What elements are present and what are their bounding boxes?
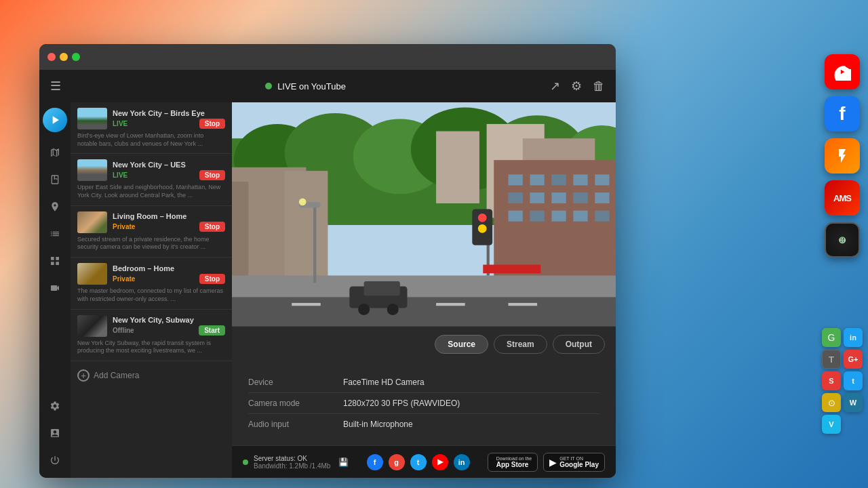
delete-icon[interactable]: 🗑 [593, 79, 605, 94]
footer: Server status: OK Bandwidth: 1.2Mb /1.4M… [232, 445, 616, 478]
camera-stop-btn-2[interactable]: Stop [199, 222, 225, 232]
camera-desc-3: The master bedroom, connected to my list… [77, 287, 225, 303]
sidebar-item-book[interactable] [43, 167, 67, 192]
camera-status-row-4: Offline Start [113, 325, 225, 336]
dock-cluster-icon-2[interactable]: T [822, 350, 841, 369]
dock-cluster-icon-1[interactable]: in [844, 328, 863, 347]
svg-rect-24 [530, 211, 544, 222]
settings-icon[interactable]: ⚙ [571, 79, 582, 94]
svg-point-44 [478, 224, 487, 233]
camera-desc-0: Bird's-eye view of Lower Manhattan, zoom… [77, 132, 225, 148]
camera-status-row-1: LIVE Stop [113, 170, 225, 180]
camera-item-0[interactable]: New York City – Birds Eye LIVE Stop Bird… [71, 102, 232, 154]
svg-rect-17 [595, 174, 609, 185]
sidebar-item-video[interactable] [43, 276, 67, 300]
dock-cluster-icon-3[interactable]: G+ [844, 350, 863, 369]
footer-center-social: f g t ▶ in [367, 454, 470, 470]
dock-ams-icon[interactable]: AMS [825, 180, 860, 216]
camera-info-2: Living Room – Home Private Stop [113, 212, 225, 232]
sidebar-item-map[interactable] [43, 140, 67, 165]
camera-list: New York City – Birds Eye LIVE Stop Bird… [71, 102, 232, 478]
dock-cluster: G in T G+ S t ⊙ W V [822, 328, 863, 434]
camera-name-1: New York City – UES [113, 161, 225, 169]
camera-info-0: New York City – Birds Eye LIVE Stop [113, 109, 225, 129]
audio-input-label: Audio input [248, 420, 343, 429]
dock-right: f AMS ⊕ S [825, 54, 860, 258]
sidebar-bottom [43, 394, 67, 472]
dock-cluster-icon-5[interactable]: t [844, 371, 863, 390]
tab-stream[interactable]: Stream [494, 335, 547, 354]
share-icon[interactable]: ↗ [550, 79, 560, 94]
hdd-icon: 💾 [338, 458, 349, 467]
svg-rect-46 [483, 265, 540, 274]
dock-cluster-icon-4[interactable]: S [822, 371, 841, 390]
dock-5sniper-icon[interactable]: ⊕ S [825, 222, 860, 258]
dock-cluster-icon-6[interactable]: ⊙ [822, 393, 841, 412]
svg-rect-36 [509, 303, 538, 306]
camera-stop-btn-0[interactable]: Stop [199, 119, 225, 129]
live-status-text: LIVE on YouTube [277, 81, 346, 92]
svg-rect-20 [551, 192, 566, 203]
dock-cluster-icon-8[interactable]: V [822, 415, 841, 434]
video-scene [232, 102, 616, 326]
details-panel: Device FaceTime HD Camera Camera mode 12… [232, 361, 616, 445]
close-button[interactable] [47, 53, 56, 61]
camera-item-1[interactable]: New York City – UES LIVE Stop Upper East… [71, 154, 232, 205]
camera-status-1: LIVE [113, 171, 127, 179]
dock-thunder-icon[interactable] [825, 138, 860, 174]
sidebar-logo[interactable] [43, 108, 67, 132]
dock-cluster-icon-0[interactable]: G [822, 328, 841, 347]
camera-item-2[interactable]: Living Room – Home Private Stop Secured … [71, 206, 232, 258]
title-bar [39, 44, 616, 70]
svg-rect-16 [573, 174, 587, 185]
camera-thumb-1 [77, 159, 107, 181]
social-google-icon[interactable]: g [389, 454, 405, 470]
app-store-btn[interactable]: Download on the App Store [488, 453, 538, 472]
menu-icon[interactable]: ☰ [50, 79, 61, 94]
camera-item-3[interactable]: Bedroom – Home Private Stop The master b… [71, 258, 232, 309]
social-youtube-icon[interactable]: ▶ [432, 454, 448, 470]
camera-stop-btn-3[interactable]: Stop [199, 274, 225, 284]
sidebar-item-power[interactable] [43, 448, 67, 472]
svg-rect-23 [509, 211, 523, 222]
camera-stop-btn-1[interactable]: Stop [199, 170, 225, 180]
camera-desc-4: New York City Subway, the rapid transit … [77, 340, 225, 355]
sidebar-item-list[interactable] [43, 222, 67, 246]
main-content: New York City – Birds Eye LIVE Stop Bird… [39, 102, 616, 478]
app-store-text: Download on the App Store [496, 456, 532, 468]
svg-rect-18 [509, 192, 523, 203]
social-linkedin-icon[interactable]: in [454, 454, 470, 470]
camera-start-btn-4[interactable]: Start [199, 325, 225, 336]
top-bar-center: LIVE on YouTube [265, 81, 346, 92]
dock-youtube-icon[interactable] [825, 54, 860, 89]
svg-rect-35 [436, 303, 465, 306]
sidebar-item-grid[interactable] [43, 249, 67, 273]
minimize-button[interactable] [60, 53, 68, 61]
dock-facebook-icon[interactable]: f [825, 96, 860, 131]
social-twitter-icon[interactable]: t [410, 454, 427, 470]
dock-cluster-icon-7[interactable]: W [844, 393, 863, 412]
camera-header-2: Living Room – Home Private Stop [77, 211, 225, 233]
tab-output[interactable]: Output [553, 335, 605, 354]
svg-rect-15 [551, 174, 566, 185]
sidebar-item-location[interactable] [43, 195, 67, 219]
google-play-btn[interactable]: ▶ GET IT ON Google Play [543, 453, 605, 472]
sidebar-item-settings[interactable] [43, 394, 67, 418]
add-camera-btn[interactable]: + Add Camera [71, 361, 232, 390]
social-facebook-icon[interactable]: f [367, 454, 383, 470]
camera-name-4: New York City, Subway [113, 316, 225, 324]
camera-item-4[interactable]: New York City, Subway Offline Start New … [71, 310, 232, 361]
server-status-dot [243, 460, 248, 465]
app-store-label: App Store [496, 461, 532, 468]
maximize-button[interactable] [72, 53, 80, 61]
camera-thumb-0 [77, 108, 107, 129]
svg-point-39 [358, 304, 370, 315]
add-camera-icon: + [77, 369, 90, 382]
tab-source[interactable]: Source [435, 335, 488, 354]
svg-rect-21 [573, 192, 587, 203]
sidebar-item-medical[interactable] [43, 421, 67, 445]
device-label: Device [248, 378, 343, 387]
svg-rect-9 [436, 131, 479, 203]
camera-thumb-3 [77, 263, 107, 285]
camera-name-2: Living Room – Home [113, 212, 225, 220]
